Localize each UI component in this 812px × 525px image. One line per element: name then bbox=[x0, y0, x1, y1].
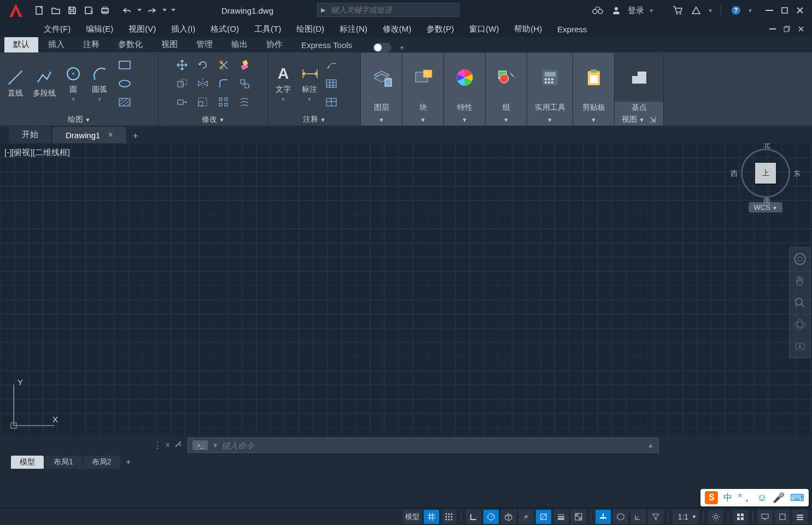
text-button[interactable]: A文字▼ bbox=[270, 55, 296, 111]
qat-customize-icon[interactable] bbox=[170, 3, 177, 18]
login-label[interactable]: 登录 bbox=[628, 5, 644, 16]
new-icon[interactable] bbox=[32, 3, 47, 18]
status-selection-filter-icon[interactable] bbox=[648, 510, 663, 524]
menu-tools[interactable]: 工具(T) bbox=[247, 21, 289, 37]
cmd-dropdown-icon[interactable]: ▼ bbox=[212, 442, 218, 449]
print-icon[interactable] bbox=[97, 3, 113, 18]
viewport[interactable]: [-][俯视][二维线框] 上 北 南 东 西 WCS ▼ Y X bbox=[0, 143, 812, 435]
status-monitor-icon[interactable] bbox=[757, 510, 773, 524]
status-polar-icon[interactable] bbox=[483, 510, 499, 524]
table2-icon[interactable] bbox=[323, 94, 340, 110]
doc-restore-icon[interactable] bbox=[780, 23, 793, 34]
copy-icon[interactable] bbox=[172, 75, 192, 92]
panel-layer[interactable]: 图层 ▼ bbox=[361, 53, 402, 126]
table-icon[interactable] bbox=[323, 75, 340, 92]
ribbon-tab-express[interactable]: Express Tools bbox=[293, 38, 361, 52]
rotate-icon[interactable] bbox=[193, 56, 213, 74]
menu-window[interactable]: 窗口(W) bbox=[462, 21, 506, 37]
erase-icon[interactable] bbox=[235, 56, 254, 74]
status-dynamic-ucs-icon[interactable] bbox=[630, 510, 646, 524]
fillet-icon[interactable] bbox=[214, 75, 233, 92]
array-icon[interactable] bbox=[214, 93, 233, 111]
status-lineweight-icon[interactable] bbox=[553, 510, 569, 524]
status-osnap-icon[interactable] bbox=[536, 510, 551, 524]
panel-draw-title[interactable]: 绘图▼ bbox=[0, 114, 158, 126]
redo-dropdown-icon[interactable] bbox=[161, 3, 168, 18]
doc-minimize-icon[interactable] bbox=[766, 23, 779, 34]
status-model[interactable]: 模型 bbox=[403, 510, 422, 524]
ribbon-tab-collab[interactable]: 协作 bbox=[258, 37, 291, 52]
line-button[interactable]: 直线 bbox=[2, 55, 28, 111]
viewcube-north[interactable]: 北 bbox=[763, 143, 770, 150]
tab-drawing1[interactable]: Drawing1× bbox=[52, 127, 126, 143]
panel-clipboard[interactable]: 剪贴板 ▼ bbox=[573, 53, 615, 126]
layout-tab-2[interactable]: 布局2 bbox=[83, 456, 120, 469]
explode-icon[interactable] bbox=[235, 75, 254, 92]
polyline-button[interactable]: 多段线 bbox=[28, 55, 60, 111]
panel-group[interactable]: 组 ▼ bbox=[486, 53, 527, 126]
nav-pan-icon[interactable] bbox=[792, 273, 808, 289]
status-selection-cycling-icon[interactable] bbox=[595, 510, 611, 524]
app-logo[interactable] bbox=[3, 1, 28, 20]
command-input[interactable] bbox=[221, 441, 647, 450]
redo-icon[interactable] bbox=[144, 3, 160, 18]
stretch-icon[interactable] bbox=[172, 93, 192, 111]
ribbon-minimize-icon[interactable]: ▼ bbox=[399, 45, 405, 51]
circle-button[interactable]: 圆▼ bbox=[60, 55, 86, 111]
autodesk-icon[interactable] bbox=[689, 3, 703, 17]
tab-close-icon[interactable]: × bbox=[108, 130, 113, 140]
move-icon[interactable] bbox=[172, 56, 192, 74]
panel-block[interactable]: 块 ▼ bbox=[402, 53, 444, 126]
minimize-icon[interactable] bbox=[763, 5, 776, 16]
menu-param[interactable]: 参数(P) bbox=[419, 21, 462, 37]
ime-emoji-icon[interactable]: ☺ bbox=[757, 492, 767, 504]
close-icon[interactable] bbox=[793, 5, 807, 16]
hatch-icon[interactable] bbox=[115, 94, 135, 110]
status-workspace-icon[interactable] bbox=[733, 510, 748, 524]
search-box[interactable]: ▶ bbox=[317, 3, 459, 17]
help-dropdown-icon[interactable]: ▼ bbox=[747, 8, 753, 14]
ime-keyboard-icon[interactable]: ⌨ bbox=[790, 492, 804, 504]
rectangle-icon[interactable] bbox=[115, 57, 135, 73]
autodesk-dropdown-icon[interactable]: ▼ bbox=[708, 8, 713, 14]
status-isodraft-icon[interactable] bbox=[501, 510, 516, 524]
layout-add-icon[interactable]: + bbox=[121, 457, 136, 467]
help-icon[interactable]: ? bbox=[729, 3, 743, 17]
undo-icon[interactable] bbox=[119, 3, 135, 18]
trim-icon[interactable] bbox=[214, 56, 233, 74]
panel-utilities[interactable]: 实用工具 ▼ bbox=[527, 53, 573, 126]
login-dropdown-icon[interactable]: ▼ bbox=[649, 8, 654, 14]
maximize-icon[interactable] bbox=[778, 5, 791, 16]
dimension-button[interactable]: 标注▼ bbox=[296, 55, 323, 111]
nav-showmotion-icon[interactable] bbox=[792, 338, 808, 355]
ime-mic-icon[interactable]: 🎤 bbox=[773, 492, 785, 504]
ime-punct-icon[interactable]: °， bbox=[738, 491, 751, 504]
ribbon-tab-insert[interactable]: 插入 bbox=[39, 37, 73, 52]
status-snap-icon[interactable] bbox=[441, 510, 457, 524]
ribbon-tab-default[interactable]: 默认 bbox=[4, 37, 38, 52]
cart-icon[interactable] bbox=[670, 3, 685, 17]
status-grid-icon[interactable] bbox=[424, 510, 439, 524]
ribbon-tab-annotate[interactable]: 注释 bbox=[74, 37, 108, 52]
doc-close-icon[interactable] bbox=[795, 23, 808, 34]
viewcube-east[interactable]: 东 bbox=[793, 169, 801, 179]
mirror-icon[interactable] bbox=[193, 75, 213, 92]
status-gear-icon[interactable] bbox=[708, 510, 723, 524]
tab-add-icon[interactable]: + bbox=[127, 129, 144, 143]
command-input-wrap[interactable]: >_ ▼ ▲ bbox=[188, 438, 659, 453]
panel-properties[interactable]: 特性 ▼ bbox=[444, 53, 486, 126]
nav-zoom-icon[interactable] bbox=[792, 294, 808, 311]
status-3dosnap-icon[interactable] bbox=[613, 510, 628, 524]
layout-tab-model[interactable]: 模型 bbox=[11, 456, 44, 469]
menu-modify[interactable]: 修改(M) bbox=[375, 21, 419, 37]
user-icon[interactable] bbox=[609, 3, 623, 17]
cmd-expand-icon[interactable]: ▲ bbox=[647, 441, 654, 449]
search-input[interactable] bbox=[329, 5, 459, 14]
arc-button[interactable]: 圆弧▼ bbox=[86, 55, 113, 111]
menu-help[interactable]: 帮助(H) bbox=[506, 21, 550, 37]
tab-start[interactable]: 开始 bbox=[9, 126, 51, 143]
panel-modify-title[interactable]: 修改▼ bbox=[159, 114, 267, 126]
open-icon[interactable] bbox=[48, 3, 63, 18]
panel-view-title[interactable]: 视图▼⇲ bbox=[615, 114, 663, 126]
status-customize-icon[interactable] bbox=[792, 510, 808, 524]
